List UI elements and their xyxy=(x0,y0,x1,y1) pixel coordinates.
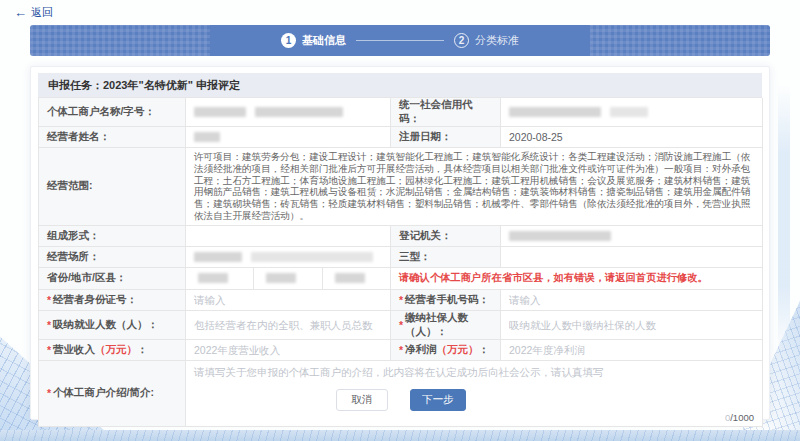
employment-field xyxy=(186,311,391,340)
province-select[interactable] xyxy=(186,268,254,289)
char-counter: 0/1000 xyxy=(725,412,754,423)
required-mark: * xyxy=(399,294,403,306)
next-step-button[interactable]: 下一步 xyxy=(410,389,466,411)
required-mark: * xyxy=(47,319,51,331)
step-banner: 1 基础信息 2 分类标准 xyxy=(30,25,770,56)
phone-input[interactable] xyxy=(509,294,754,306)
business-scope-value: 许可项目：建筑劳务分包；建设工程设计；建筑智能化工程施工；建筑智能化系统设计；各… xyxy=(186,148,763,226)
credit-code-label: 统一社会信用代码： xyxy=(391,98,501,127)
district-select[interactable] xyxy=(323,268,390,289)
net-profit-input[interactable] xyxy=(509,344,754,356)
business-scope-label: 经营范围: xyxy=(39,148,186,226)
operator-name-value xyxy=(186,127,391,148)
net-profit-label: * 净利润 （万元） ： xyxy=(391,340,501,361)
revenue-unit: （万元） xyxy=(95,343,137,357)
revenue-label: * 营业收入 （万元） ： xyxy=(39,340,186,361)
city-select[interactable] xyxy=(254,268,322,289)
decor-strip-right xyxy=(778,85,790,355)
wizard-steps: 1 基础信息 2 分类标准 xyxy=(281,33,519,48)
back-label: 返回 xyxy=(31,5,53,20)
redacted-value xyxy=(335,273,365,283)
employment-input[interactable] xyxy=(194,319,382,331)
char-count-max: /1000 xyxy=(730,412,754,423)
reg-date-label: 注册日期： xyxy=(391,127,501,148)
credit-code-value xyxy=(501,98,763,127)
redacted-value xyxy=(509,107,601,117)
form-card: 申报任务：2023年"名特优新" 申报评定 个体工商户名称/字号： 统一社会信用… xyxy=(30,66,770,420)
business-name-value xyxy=(186,98,391,127)
redacted-value xyxy=(610,107,648,117)
step-classification: 2 分类标准 xyxy=(454,33,519,48)
banner-pattern-left xyxy=(30,25,210,56)
premises-label: 经营场所： xyxy=(39,247,186,268)
reg-authority-label: 登记机关： xyxy=(391,226,501,247)
required-mark: * xyxy=(399,319,403,331)
region-warning-text: 请确认个体工商户所在省市区县，如有错误，请返回首页进行修改。 xyxy=(399,271,708,285)
social-security-input[interactable] xyxy=(509,319,754,331)
revenue-field xyxy=(186,340,391,361)
three-type-label: 三型： xyxy=(391,247,501,268)
basic-info-form: 个体工商户名称/字号： 统一社会信用代码： 经营者姓名： 注册日期： 2020-… xyxy=(38,97,762,427)
phone-label: * 经营者手机号码： xyxy=(391,290,501,311)
required-mark: * xyxy=(47,344,51,356)
id-number-field xyxy=(186,290,391,311)
social-security-field xyxy=(501,311,763,340)
id-number-input[interactable] xyxy=(194,294,382,306)
net-profit-field xyxy=(501,340,763,361)
back-link[interactable]: ← 返回 xyxy=(14,5,53,20)
id-number-label: * 经营者身份证号： xyxy=(39,290,186,311)
page: ← 返回 1 基础信息 2 分类标准 申报任务：2023年"名特优新" 申报评定… xyxy=(0,0,800,441)
footer-actions: 取消 下一步 xyxy=(31,389,771,411)
required-mark: * xyxy=(47,294,51,306)
net-profit-unit: （万元） xyxy=(437,343,479,357)
required-mark: * xyxy=(399,344,403,356)
employment-label: * 吸纳就业人数（人）： xyxy=(39,311,186,340)
region-warning: 请确认个体工商户所在省市区县，如有错误，请返回首页进行修改。 xyxy=(391,268,763,290)
reg-date-value: 2020-08-25 xyxy=(501,127,763,148)
step2-circle: 2 xyxy=(454,33,469,48)
step-connector-line xyxy=(356,40,444,41)
redacted-value xyxy=(255,107,343,117)
business-scope-text: 许可项目：建筑劳务分包；建设工程设计；建筑智能化工程施工；建筑智能化系统设计；各… xyxy=(194,148,754,225)
three-type-value xyxy=(501,247,763,268)
phone-field xyxy=(501,290,763,311)
revenue-input[interactable] xyxy=(194,344,382,356)
composition-value xyxy=(186,226,391,247)
decor-bottom-band xyxy=(0,430,800,441)
region-selects xyxy=(186,268,391,290)
operator-name-label: 经营者姓名： xyxy=(39,127,186,148)
business-name-label: 个体工商户名称/字号： xyxy=(39,98,186,127)
banner-pattern-right xyxy=(590,25,770,56)
step1-label: 基础信息 xyxy=(302,33,346,48)
step1-circle: 1 xyxy=(281,33,296,48)
redacted-value xyxy=(194,132,220,142)
step-basic-info: 1 基础信息 xyxy=(281,33,346,48)
composition-label: 组成形式： xyxy=(39,226,186,247)
cancel-button[interactable]: 取消 xyxy=(336,389,388,411)
region-label: 省份/地市/区县： xyxy=(39,268,186,290)
redacted-value xyxy=(509,231,611,241)
step2-label: 分类标准 xyxy=(475,33,519,48)
task-title-bar: 申报任务：2023年"名特优新" 申报评定 xyxy=(38,73,762,97)
premises-value xyxy=(186,247,391,268)
redacted-value xyxy=(266,273,296,283)
redacted-value xyxy=(194,252,242,262)
redacted-value xyxy=(198,273,228,283)
social-security-label: * 缴纳社保人数（人）： xyxy=(391,311,501,340)
back-arrow-icon: ← xyxy=(14,6,27,19)
task-title: 申报任务：2023年"名特优新" 申报评定 xyxy=(48,78,240,93)
redacted-value xyxy=(194,107,246,117)
reg-authority-value xyxy=(501,226,763,247)
redacted-value xyxy=(251,252,373,262)
